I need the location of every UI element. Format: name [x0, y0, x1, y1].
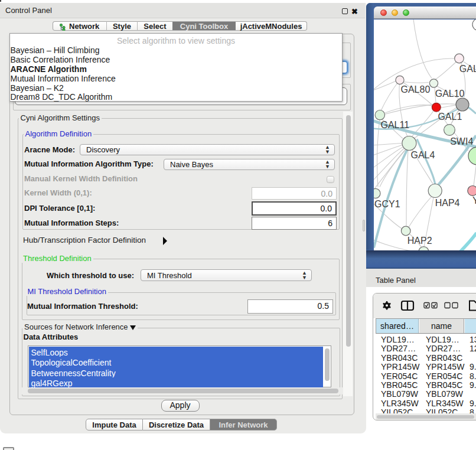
svg-text:GCY1: GCY1 — [374, 199, 400, 209]
svg-text:Y: Y — [472, 195, 476, 206]
svg-text:GAL10: GAL10 — [435, 88, 465, 98]
svg-text:GAL1: GAL1 — [438, 112, 462, 122]
svg-text:GAL4: GAL4 — [411, 150, 435, 160]
svg-text:GAL7: GAL7 — [459, 64, 476, 74]
svg-text:GAL80: GAL80 — [401, 84, 431, 94]
svg-text:SWI4: SWI4 — [450, 136, 473, 146]
svg-text:HAP2: HAP2 — [407, 236, 432, 246]
svg-text:GAL11: GAL11 — [381, 120, 410, 130]
svg-text:HAP4: HAP4 — [435, 198, 460, 208]
